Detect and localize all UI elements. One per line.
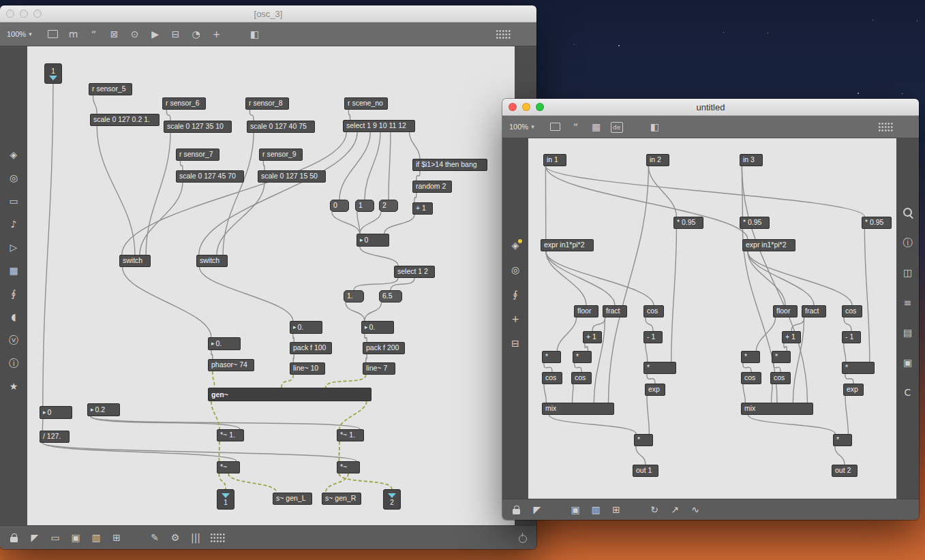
patch-cord[interactable] — [346, 302, 365, 321]
patch-box[interactable]: scale 0 127 0.2 1. — [90, 114, 160, 126]
select-tool-icon[interactable]: ◤ — [531, 503, 543, 516]
patch-box[interactable]: * — [643, 362, 676, 374]
patch-box[interactable]: fract — [802, 305, 826, 317]
patch-box[interactable]: phasor~ 74 — [208, 359, 254, 371]
add-object-icon[interactable]: + — [211, 28, 223, 40]
patch-box[interactable]: - 1 — [842, 331, 861, 343]
object-box-icon[interactable] — [549, 121, 562, 133]
audio-status-icon[interactable]: ◎ — [509, 264, 521, 276]
patch-cord[interactable] — [609, 166, 649, 403]
paint-bucket-icon[interactable]: ◧ — [649, 121, 661, 133]
patch-box[interactable]: switch — [196, 255, 228, 267]
patch-cord[interactable] — [793, 317, 804, 403]
patch-cord[interactable] — [647, 374, 655, 384]
patch-cord[interactable] — [211, 401, 219, 429]
patch-box[interactable]: select 1 9 10 11 12 — [343, 120, 415, 132]
grid-icon[interactable]: ⊞ — [610, 503, 622, 516]
patch-box[interactable]: scale 0 127 45 70 — [176, 170, 244, 183]
search-icon[interactable] — [902, 206, 914, 219]
minimize-button[interactable] — [20, 10, 28, 18]
close-button[interactable] — [6, 10, 14, 18]
patch-cord[interactable] — [339, 401, 367, 429]
patch-cord[interactable] — [122, 132, 347, 255]
favorites-icon[interactable]: ★ — [7, 380, 20, 392]
patch-cord[interactable] — [743, 363, 751, 372]
list-icon[interactable]: ≡ — [902, 296, 914, 309]
patch-cord[interactable] — [646, 317, 653, 331]
speaker-icon[interactable]: ◖ — [7, 311, 20, 323]
mixer-icon[interactable]: ▥ — [90, 531, 102, 544]
patch-cord[interactable] — [263, 161, 264, 170]
patch-cord[interactable] — [293, 334, 294, 342]
patcher-inlet[interactable]: 1 — [44, 63, 62, 84]
patcher-canvas[interactable]: 1r sensor_5scale 0 127 0.2 1.r sensor_6s… — [27, 46, 515, 525]
attachments-icon[interactable]: ∮ — [509, 288, 521, 300]
patcher-outlet[interactable]: 2 — [383, 489, 401, 510]
patch-cord[interactable] — [774, 363, 780, 372]
patch-box[interactable]: 1 — [355, 200, 374, 212]
patch-cord[interactable] — [594, 317, 605, 403]
patch-box[interactable]: line~ 10 — [290, 362, 325, 375]
patch-cord[interactable] — [326, 473, 348, 493]
patch-cord[interactable] — [357, 212, 360, 234]
patch-cord[interactable] — [365, 302, 382, 321]
patch-cord[interactable] — [636, 446, 646, 465]
patch-box[interactable]: mix — [542, 403, 614, 415]
patch-box[interactable]: r sensor_9 — [259, 149, 303, 161]
patch-box[interactable]: cos — [643, 305, 664, 317]
patch-cord[interactable] — [391, 278, 414, 290]
patchcord-icon[interactable]: ∿ — [689, 503, 701, 516]
patch-box[interactable]: * 0.95 — [740, 217, 770, 229]
patch-cord[interactable] — [545, 166, 864, 217]
packages-icon[interactable]: ◈ — [509, 239, 521, 251]
patch-box[interactable]: cos — [741, 372, 761, 384]
patch-box[interactable]: if $i1>14 then bang — [412, 159, 487, 171]
snapshot-icon[interactable]: ▣ — [902, 356, 914, 369]
loop-icon[interactable]: ↻ — [648, 503, 661, 516]
patch-cord[interactable] — [249, 110, 254, 121]
patch-cord[interactable] — [332, 212, 360, 234]
patcher-canvas[interactable]: in 1in 2in 3* 0.95* 0.95* 0.95expr in1*p… — [528, 138, 896, 499]
patch-box[interactable]: r scene_no — [344, 97, 388, 110]
attachments-icon[interactable]: ∮ — [7, 287, 20, 300]
patch-cord[interactable] — [97, 126, 135, 255]
patch-box[interactable]: 6.5 — [379, 290, 402, 302]
zoom-button[interactable] — [536, 103, 544, 111]
window-osc3[interactable]: [osc_3] 100% ▾ m“⊠⊙▶⊟◔+◧ ◈◎▭♪▷▦∮◖ⓥⓘ★ 1r … — [0, 5, 536, 549]
patch-box[interactable]: r sensor_5 — [89, 83, 132, 95]
keyboard-icon[interactable] — [878, 122, 893, 132]
patch-cord[interactable] — [384, 215, 414, 234]
patch-cord[interactable] — [42, 443, 237, 461]
patch-cord[interactable] — [348, 110, 350, 120]
patch-cord[interactable] — [592, 317, 605, 331]
patch-box[interactable]: + 1 — [412, 202, 433, 215]
patch-cord[interactable] — [756, 317, 775, 351]
lock-icon[interactable] — [511, 503, 523, 516]
patch-cord[interactable] — [339, 441, 339, 461]
audio-meter-icon[interactable]: ▥ — [590, 503, 602, 516]
patch-box[interactable]: * — [833, 434, 852, 446]
patch-cord[interactable] — [365, 334, 367, 342]
audio-status-icon[interactable]: ◎ — [7, 172, 20, 184]
patch-cord[interactable] — [360, 212, 381, 234]
sequencer-icon[interactable]: ▷ — [7, 241, 20, 253]
patch-box[interactable]: exp — [645, 384, 665, 396]
patcher-outlet[interactable]: 1 — [217, 489, 234, 510]
patch-box[interactable]: *~ — [337, 461, 360, 473]
patch-cord[interactable] — [91, 416, 240, 429]
layers-icon[interactable]: ▣ — [569, 503, 581, 516]
patch-cord[interactable] — [93, 95, 97, 114]
patch-box[interactable]: exp — [843, 384, 864, 396]
patch-cord[interactable] — [354, 278, 398, 290]
patch-cord[interactable] — [772, 384, 772, 403]
patch-box[interactable]: * — [772, 351, 791, 363]
patch-cord[interactable] — [557, 317, 576, 351]
patch-cord[interactable] — [647, 396, 649, 434]
toggle-icon[interactable]: ⊠ — [108, 28, 121, 40]
zoom-control[interactable]: 100% ▾ — [509, 123, 534, 131]
patch-box[interactable]: line~ 7 — [363, 362, 395, 375]
patch-box[interactable]: * 0.95 — [673, 217, 703, 229]
patch-cord[interactable] — [293, 354, 294, 362]
patch-cord[interactable] — [835, 446, 845, 465]
patch-box[interactable]: random 2 — [412, 181, 452, 193]
